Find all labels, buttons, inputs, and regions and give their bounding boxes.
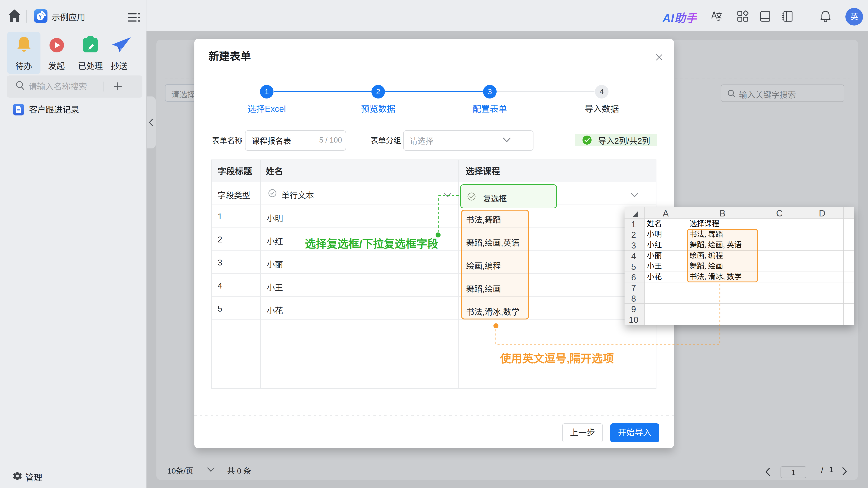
svg-text:¥: ¥ [39,14,42,20]
